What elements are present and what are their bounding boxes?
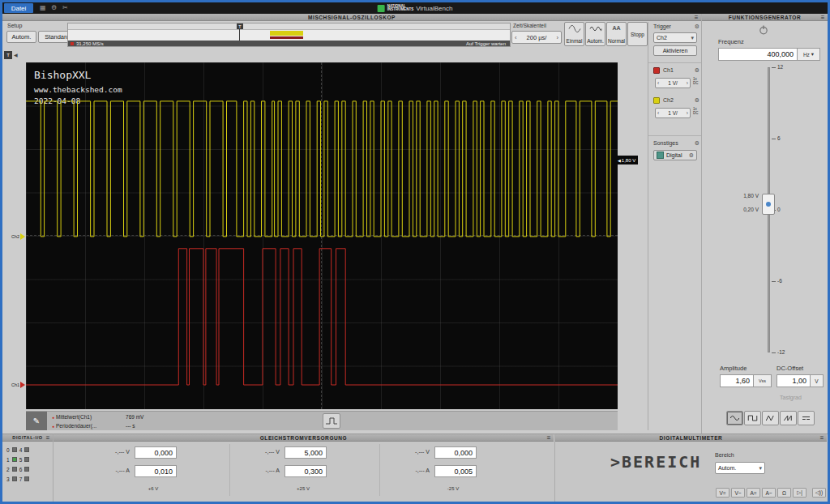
slider-scale-neg6: -6 <box>777 278 782 284</box>
dmm-mode-resistance-button[interactable]: Ω <box>777 488 791 498</box>
ch1-scale-value: 1 V/ <box>668 80 678 86</box>
psu-voltage-input[interactable]: 0,000 <box>434 446 477 459</box>
app-name: VirtualBench <box>416 5 452 12</box>
dio-row[interactable]: 2 6 <box>2 464 53 474</box>
psu-menu-icon[interactable]: ≡ <box>547 434 551 442</box>
run-stop-button[interactable]: Stopp <box>627 22 648 46</box>
level-high-label: 1,80 V <box>733 193 759 199</box>
trigger-time-arrow-icon[interactable]: ◀ <box>14 52 18 58</box>
measurement-row[interactable]: ● Periodendauer(... --- s <box>52 421 143 430</box>
ch2-gear-icon[interactable]: ⚙ <box>695 97 700 104</box>
square-wave-button[interactable] <box>744 411 761 425</box>
psu-panel-header: GLEICHSTROMVERSORGUNG ≡ <box>53 434 554 442</box>
settings-icon[interactable]: ⚙ <box>51 4 57 11</box>
trigger-level-marker[interactable]: ◀ 1,80 V <box>615 156 638 164</box>
dmm-panel: DIGITALMULTIMETER ≡ >BEREICH Bereich Aut… <box>554 434 828 502</box>
psu-title: GLEICHSTROMVERSORGUNG <box>260 435 348 441</box>
ch2-position-marker[interactable]: Ch2 <box>11 233 25 240</box>
slider-scale-neg12: -12 <box>777 349 785 355</box>
amplitude-unit[interactable]: Vss <box>754 374 772 387</box>
ch2-scale-increase-icon[interactable]: › <box>687 110 688 116</box>
timebase-control[interactable]: ‹ 200 µs/ › <box>511 31 562 44</box>
preview-ch2-burst <box>270 31 303 36</box>
trigger-position-button[interactable] <box>323 413 340 429</box>
fgen-panel: FUNKTIONSGENERATOR ≡ Frequenz 400,000 Hz… <box>701 14 828 434</box>
ch1-gear-icon[interactable]: ⚙ <box>695 67 700 74</box>
frequency-unit-dropdown[interactable]: Hz ▾ <box>798 48 820 61</box>
dc-wave-button[interactable] <box>798 411 815 425</box>
psu-current-input[interactable]: 0,010 <box>135 465 177 477</box>
triangle-wave-button[interactable] <box>762 411 779 425</box>
acquisition-preview[interactable]: T 31,250 MS/s Auf Trigger warten <box>67 23 511 47</box>
dmm-mode-vac-button[interactable]: V~ <box>731 488 745 498</box>
timebase-decrease-icon[interactable]: ‹ <box>515 34 517 41</box>
slider-tick <box>772 352 776 353</box>
ch2-section-title[interactable]: Ch2 <box>663 97 674 103</box>
auto-waveform-icon <box>589 25 602 32</box>
trigger-time-flag[interactable]: T <box>4 51 12 59</box>
dmm-panel-header: DIGITALMULTIMETER ≡ <box>555 434 827 442</box>
psu-voltage-readout: -,--- V <box>234 449 280 455</box>
slider-tick <box>772 281 776 282</box>
measurement-row[interactable]: ● Mittelwert(Ch1) 769 mV <box>52 412 143 421</box>
preview-trigger-flag[interactable]: T <box>237 23 243 29</box>
acq-status-text: Auf Trigger warten <box>466 41 506 46</box>
psu-current-input[interactable]: 0,300 <box>285 465 327 477</box>
scope-title: MISCHSIGNAL-OSZILLOSKOP <box>308 15 396 20</box>
ch1-scale-control[interactable]: ‹ 1 V/ › <box>655 78 691 88</box>
sine-wave-button[interactable] <box>726 411 743 425</box>
dc-offset-unit[interactable]: V <box>811 374 824 387</box>
run-once-button[interactable]: Einmal <box>564 22 584 46</box>
level-slider-handle[interactable] <box>762 194 775 215</box>
run-normal-button[interactable]: AA Normal <box>606 22 627 46</box>
trigger-source-dropdown[interactable]: Ch2 ▾ <box>653 32 697 43</box>
frequency-input[interactable]: 400,000 <box>718 48 798 61</box>
dmm-mode-continuity-button[interactable]: ◁)) <box>812 488 826 498</box>
psu-voltage-input[interactable]: 5,000 <box>285 446 327 459</box>
ch2-scale-control[interactable]: ‹ 1 V/ › <box>655 108 691 118</box>
dmm-mode-diode-button[interactable]: ▷| <box>793 488 806 498</box>
timebase-increase-icon[interactable]: › <box>556 34 558 41</box>
setup-auto-button[interactable]: Autom. <box>6 31 36 43</box>
psu-current-input[interactable]: 0,005 <box>434 465 477 477</box>
amplitude-input[interactable]: 1,60 <box>720 374 754 387</box>
screenshot-icon[interactable]: ▦ <box>40 4 46 11</box>
dmm-range-dropdown[interactable]: Autom. ▾ <box>715 462 765 474</box>
sonstiges-gear-icon[interactable]: ⚙ <box>695 140 700 147</box>
file-menu-button[interactable]: Datei <box>4 3 33 13</box>
trigger-gear-icon[interactable]: ⚙ <box>695 23 700 30</box>
dio-panel: DIGITAL-I/O ≡ 0 4 1 5 2 6 3 7 <box>2 434 53 502</box>
dmm-display: >BEREICH <box>610 452 701 472</box>
dio-indicator <box>24 476 29 481</box>
dio-row[interactable]: 1 5 <box>2 455 53 464</box>
psu-voltage-input[interactable]: 0,000 <box>135 446 177 459</box>
dmm-mode-adc-button[interactable]: A= <box>747 488 760 498</box>
dmm-mode-vdc-button[interactable]: V= <box>716 488 729 498</box>
dmm-menu-icon[interactable]: ≡ <box>820 434 824 442</box>
pencil-icon: ✎ <box>33 416 40 425</box>
psu-channel-name: -25 V <box>384 486 522 491</box>
dio-row[interactable]: 3 7 <box>2 474 53 484</box>
ch1-scale-decrease-icon[interactable]: ‹ <box>657 80 659 86</box>
digital-channels-button[interactable]: Digital ⚙ <box>653 150 697 160</box>
scope-display[interactable]: BishopXXL www.thebackshed.com 2022-04-08 <box>26 62 618 409</box>
ch1-scale-increase-icon[interactable]: › <box>687 80 688 86</box>
run-auto-button[interactable]: Autom. <box>585 22 605 46</box>
dio-row[interactable]: 0 4 <box>2 445 53 455</box>
trigger-enable-button[interactable]: Aktivieren <box>653 45 697 56</box>
scope-menu-icon[interactable]: ≡ <box>695 14 699 21</box>
fgen-menu-icon[interactable]: ≡ <box>821 14 825 21</box>
ramp-wave-button[interactable] <box>780 411 797 425</box>
fgen-power-button[interactable] <box>757 24 770 36</box>
ch1-section-title[interactable]: Ch1 <box>663 67 674 73</box>
digital-gear-icon[interactable]: ⚙ <box>689 152 694 159</box>
ch2-scale-decrease-icon[interactable]: ‹ <box>657 110 659 116</box>
dmm-mode-aac-button[interactable]: A~ <box>762 488 776 498</box>
utility-icon[interactable]: ✂ <box>62 4 68 11</box>
measurement-edit-button[interactable]: ✎ <box>26 412 47 430</box>
dc-offset-input[interactable]: 1,00 <box>777 374 811 387</box>
brand-text: NATIONALINSTRUMENTS <box>387 5 414 12</box>
ch1-position-marker[interactable]: Ch1 <box>11 382 25 388</box>
dio-menu-icon[interactable]: ≡ <box>46 434 50 442</box>
scope-panel-header: MISCHSIGNAL-OSZILLOSKOP ≡ <box>2 14 701 21</box>
